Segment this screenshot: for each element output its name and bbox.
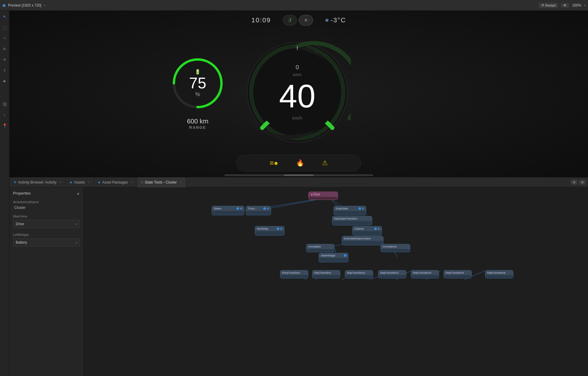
- preview-scrollbar[interactable]: [224, 174, 373, 176]
- node-snap-state[interactable]: SnapState ⊕: [334, 206, 366, 215]
- node-map-state-label: MapStateTransition: [334, 217, 357, 220]
- node-states-port1[interactable]: [237, 207, 239, 210]
- battery-percent-value: 75: [189, 75, 206, 91]
- zoom-level: 100%: [572, 3, 581, 7]
- sidebar-select-icon[interactable]: ⬚: [1, 24, 8, 31]
- node-state-widget-port[interactable]: [344, 254, 346, 257]
- node-trans[interactable]: Trans... ⊕: [246, 206, 271, 215]
- battery-percent-symbol: %: [195, 91, 200, 98]
- node-bottom7[interactable]: MapTransition6: [485, 270, 513, 278]
- tab-icon-packages: ◈: [98, 181, 100, 184]
- node-snap-state-label: SnapState: [336, 207, 348, 210]
- node-listener[interactable]: Listener ⊕: [352, 226, 382, 236]
- speed-value: 40: [279, 81, 315, 111]
- node-root[interactable]: ● Root: [308, 192, 338, 200]
- logo2-icon: ≡: [304, 18, 307, 23]
- node-states-label: States: [214, 207, 221, 210]
- properties-title: Properties: [13, 191, 31, 195]
- node-annotation2[interactable]: Annotation2: [381, 244, 410, 252]
- node-workmap[interactable]: WorkMap ⊕: [255, 226, 284, 236]
- sidebar-music-icon[interactable]: ♪: [1, 111, 8, 118]
- cluster-logo-btn2[interactable]: ≡: [299, 15, 313, 26]
- node-workmap-label: WorkMap: [257, 227, 268, 230]
- tab-asset-packages[interactable]: ◈ Asset Packages ×: [94, 177, 137, 187]
- preview-area: 10:09 :/ ≡ ❄ -3°C: [10, 11, 588, 177]
- speed-inner: 0 kW/h 40 km/h: [279, 64, 315, 120]
- prop-left-widget: LeftWidget Battery ▾: [13, 233, 80, 247]
- prop-label-left-widget: LeftWidget: [13, 233, 80, 236]
- prop-select-main-view[interactable]: Drive ▾: [13, 220, 80, 228]
- sidebar-video-icon[interactable]: ▶: [1, 77, 8, 84]
- cluster-header: 10:09 :/ ≡ ❄ -3°C: [10, 11, 588, 30]
- battery-range-label: RANGE: [187, 125, 208, 130]
- node-map-state[interactable]: MapStateTransition: [332, 216, 372, 225]
- speed-kwh-value: 0: [295, 64, 299, 71]
- properties-panel: Properties ▲ ActivityHostName Cluster Ma…: [10, 187, 84, 376]
- node-states[interactable]: States ⊕: [212, 206, 244, 215]
- tab-close-2[interactable]: ×: [131, 181, 133, 184]
- prop-select-arrow-left-widget: ▾: [76, 241, 77, 244]
- tab-close-1[interactable]: ×: [88, 181, 89, 184]
- sidebar-screen-icon[interactable]: ⬛: [1, 101, 8, 108]
- node-listener-label: Listener: [354, 227, 364, 230]
- prop-main-view: MainView Drive ▾: [13, 214, 80, 228]
- speed-unit: km/h: [293, 115, 302, 120]
- graph-area[interactable]: ● Root States ⊕: [84, 187, 588, 376]
- node-bottom5[interactable]: MapTransition4: [411, 270, 439, 278]
- tab-state-tools[interactable]: □ State Tools - Cluster ×: [137, 177, 186, 187]
- tab-close-3[interactable]: ×: [180, 181, 182, 184]
- tab-close-0[interactable]: ×: [59, 181, 61, 184]
- tab-activity-browser[interactable]: ⚙ Activity Browser: Activity ×: [10, 177, 66, 187]
- tabs-extra-btn2[interactable]: ⊞: [579, 180, 586, 185]
- node-bottom1[interactable]: EntryTransition: [280, 270, 308, 278]
- content-area: 10:09 :/ ≡ ❄ -3°C: [10, 11, 588, 376]
- sidebar-share-icon[interactable]: ⇧: [1, 67, 8, 74]
- node-annotation2-label: Annotation2: [383, 245, 397, 248]
- gauges-area: 🔋 75 % 600 km RANGE: [10, 30, 588, 155]
- node-annotation1[interactable]: Annotation: [306, 244, 334, 252]
- node-state-widget[interactable]: StateWidget: [319, 253, 348, 262]
- title-close[interactable]: ×: [44, 4, 45, 7]
- node-bottom3[interactable]: MapTransition2: [345, 270, 373, 278]
- sidebar-cursor-icon[interactable]: ⊹: [1, 35, 8, 42]
- node-extended-state[interactable]: ExtendedStateContext: [342, 236, 383, 245]
- node-bottom2[interactable]: MapTransition: [312, 270, 340, 278]
- restart-button[interactable]: ↺ Restart: [539, 3, 558, 8]
- node-bottom6[interactable]: MapTransition5: [444, 270, 472, 278]
- tab-assets[interactable]: ◈ Assets ×: [66, 177, 94, 187]
- sidebar-pointer-icon[interactable]: ↖: [1, 13, 8, 20]
- top-bar-right: ↺ Restart 👁 100% ●: [539, 3, 586, 8]
- top-bar: ◉ Preview [1920 x 720] × ↺ Restart 👁 100…: [0, 0, 588, 11]
- graph-canvas: ● Root States ⊕: [84, 187, 588, 376]
- sidebar-layers-icon[interactable]: ≡: [1, 56, 8, 63]
- node-trans-port[interactable]: [263, 207, 266, 210]
- cluster-logo-btn1[interactable]: :/: [283, 15, 297, 26]
- eye-button[interactable]: 👁: [561, 3, 569, 8]
- tab-icon-assets: ◈: [70, 181, 72, 184]
- node-bottom4[interactable]: MapTransition3: [378, 270, 406, 278]
- main-layout: ↖ ⬚ ⊹ Aᵢ ≡ ⇧ ▶ ⬛ ♪ 📍 10:09 :/: [0, 11, 588, 376]
- properties-collapse-btn[interactable]: ▲: [76, 191, 80, 195]
- logo1-icon: :/: [288, 18, 291, 23]
- node-trans-label: Trans...: [248, 207, 257, 210]
- node-root-label: ● Root: [311, 193, 320, 196]
- tabs-extra-btn1[interactable]: ⊞: [571, 180, 577, 185]
- node-listener-port[interactable]: [374, 228, 377, 230]
- warning-bar: ≡● 🔥 ⚠: [236, 155, 361, 171]
- node-state-widget-label: StateWidget: [321, 254, 335, 257]
- tab-icon-activity: ⚙: [14, 181, 16, 184]
- node-snap-state-port[interactable]: [359, 207, 361, 210]
- sidebar-location-icon[interactable]: 📍: [1, 122, 8, 129]
- snowflake-icon: ❄: [325, 18, 329, 23]
- battery-icon: 🔋: [195, 69, 201, 75]
- prop-select-left-widget-value: Battery: [16, 240, 27, 245]
- sidebar-text-icon[interactable]: Aᵢ: [1, 45, 8, 52]
- cluster-logo-group: :/ ≡: [283, 15, 313, 26]
- tab-icon-state: □: [141, 181, 143, 184]
- cluster-temperature: -3°C: [331, 16, 346, 24]
- headlights-warning-icon: ≡●: [270, 159, 278, 167]
- prop-select-arrow-main-view: ▾: [76, 223, 77, 226]
- node-workmap-port[interactable]: [277, 228, 279, 230]
- eye-icon: 👁: [563, 4, 567, 7]
- prop-select-left-widget[interactable]: Battery ▾: [13, 238, 80, 247]
